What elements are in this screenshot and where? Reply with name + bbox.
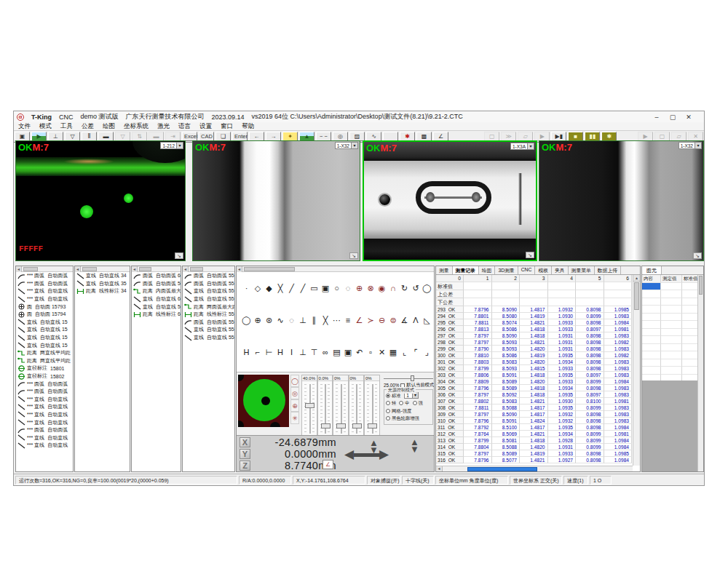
empty-cell[interactable] bbox=[642, 314, 661, 322]
slider-thumb[interactable] bbox=[336, 423, 346, 428]
table-row[interactable]: 316 OK7.87968.50771.48211.09270.80981.09… bbox=[436, 457, 633, 463]
empty-cell[interactable] bbox=[642, 329, 661, 337]
jog-right-icon[interactable]: ▶ bbox=[379, 450, 387, 460]
tab-测量记录[interactable]: 测量记录 bbox=[453, 266, 479, 274]
list-item[interactable]: 直线自动直线 55 bbox=[183, 287, 234, 295]
list-item[interactable]: 直径标注15801 bbox=[16, 364, 73, 372]
list-item[interactable]: 直线自动直线 15 bbox=[16, 341, 73, 349]
scroll-left-icon[interactable]: ◂ bbox=[436, 466, 443, 471]
selected-cell[interactable] bbox=[642, 283, 661, 291]
table-row[interactable]: 303 OK7.88068.50911.48181.09350.80971.09… bbox=[436, 372, 633, 378]
measure-tool-icon[interactable]: ▣ bbox=[343, 347, 354, 357]
empty-cell[interactable] bbox=[642, 321, 661, 329]
measure-tool-icon[interactable]: ⊢ bbox=[264, 347, 274, 357]
list2-hscrollbar[interactable]: ◂ bbox=[75, 266, 130, 272]
measure-tool-icon[interactable]: ▣ bbox=[320, 283, 331, 293]
list-item[interactable]: 直线自动直线 66 bbox=[132, 295, 181, 303]
tab-测量菜单[interactable]: 测量菜单 bbox=[569, 266, 595, 274]
tab-模板[interactable]: 模板 bbox=[535, 266, 552, 274]
table-row[interactable]: 293 OK7.87968.50901.48171.09320.80981.09… bbox=[436, 306, 633, 313]
slider-thumb[interactable] bbox=[321, 423, 331, 428]
menu-设置[interactable]: 设置 bbox=[195, 122, 216, 131]
list-item[interactable]: 直线自动直线 15 bbox=[16, 326, 73, 334]
scroll-up-icon[interactable]: ▴ bbox=[633, 275, 640, 282]
list-item[interactable]: 距离两直线平均距 bbox=[16, 357, 73, 365]
list-item[interactable]: 距离两直线平均距 bbox=[16, 349, 73, 357]
close-button[interactable]: ✕ bbox=[681, 113, 697, 121]
light-slider-4[interactable]: 0% bbox=[349, 375, 365, 437]
measure-tool-icon[interactable]: ≡ bbox=[343, 315, 354, 325]
measure-tool-icon[interactable]: ⊜ bbox=[388, 315, 399, 325]
measure-tool-icon[interactable]: ∡ bbox=[399, 315, 410, 325]
measure-tool-icon[interactable]: ⊗ bbox=[365, 283, 376, 293]
empty-cell[interactable] bbox=[642, 344, 661, 352]
light-slider-1[interactable]: 40.0% bbox=[301, 375, 317, 437]
elements-row[interactable] bbox=[642, 306, 703, 314]
list-item[interactable]: *** 圆弧自动圆弧 bbox=[16, 388, 73, 396]
camera2-resize-handle[interactable]: ↘ bbox=[349, 252, 358, 259]
outline-radio[interactable] bbox=[386, 416, 390, 420]
elements-vscrollbar[interactable] bbox=[697, 275, 703, 471]
tab-3D测量[interactable]: 3D测量 bbox=[495, 266, 518, 274]
measure-tool-icon[interactable]: ↺ bbox=[411, 283, 422, 293]
table-row[interactable]: 308 OK7.88118.50881.48171.09350.80991.09… bbox=[436, 404, 633, 411]
slider-thumb[interactable] bbox=[305, 403, 314, 408]
table-row[interactable]: 296 OK7.88138.50861.48181.09330.80971.09… bbox=[436, 326, 633, 332]
elements-row[interactable] bbox=[642, 283, 703, 291]
list-item[interactable]: 圆弧自动圆弧 66 bbox=[132, 272, 181, 280]
measure-tool-icon[interactable]: Ι bbox=[286, 347, 297, 357]
scroll-thumb[interactable] bbox=[23, 267, 38, 271]
measure-tool-icon[interactable]: ⋯ bbox=[331, 315, 342, 325]
list-item[interactable]: *** 直线自动直线 bbox=[16, 411, 73, 419]
menu-窗口[interactable]: 窗口 bbox=[216, 122, 237, 131]
scroll-left-icon[interactable]: ◂ bbox=[16, 266, 22, 272]
scroll-thumb[interactable] bbox=[82, 267, 97, 271]
table-hscrollbar[interactable]: ◂ bbox=[436, 466, 633, 471]
table-row[interactable]: 302 OK7.87998.50931.48151.09330.80981.09… bbox=[436, 365, 633, 372]
ring-segment-icon[interactable]: ✳ bbox=[290, 412, 299, 424]
z-jog-arrows[interactable]: ▲▼ bbox=[410, 439, 419, 453]
tab-夹具[interactable]: 夹具 bbox=[552, 266, 569, 274]
table-row[interactable]: 307 OK7.88028.50831.48211.09300.81001.09… bbox=[436, 398, 633, 404]
list3-hscrollbar[interactable]: ◂ bbox=[132, 266, 181, 272]
elements-row[interactable] bbox=[642, 290, 703, 298]
measure-tool-icon[interactable]: ⊥ bbox=[298, 315, 309, 325]
elements-row[interactable] bbox=[642, 359, 703, 367]
jog-left-icon[interactable]: ◀ bbox=[344, 450, 352, 460]
measure-tool-icon[interactable]: ▦ bbox=[388, 347, 399, 357]
table-row[interactable]: 310 OK7.87968.50911.48241.09320.80981.09… bbox=[436, 418, 633, 424]
ring-inner-icon[interactable]: ◎ bbox=[290, 387, 299, 399]
tab-elements[interactable]: 图元 bbox=[642, 266, 662, 274]
menu-工具[interactable]: 工具 bbox=[56, 122, 77, 131]
table-row[interactable]: 309 OK7.87978.50901.48171.09320.80981.09… bbox=[436, 411, 633, 418]
table-row[interactable]: 314 OK7.88048.50881.48201.09310.80991.09… bbox=[436, 444, 633, 450]
menu-坐标系统[interactable]: 坐标系统 bbox=[119, 122, 153, 131]
list-item[interactable]: 距离两圆弧最大距 bbox=[183, 303, 234, 311]
camera3-resize-handle[interactable]: ↘ bbox=[526, 252, 534, 258]
elements-row[interactable] bbox=[642, 298, 703, 306]
jog-down-icon[interactable]: ▼ bbox=[369, 447, 379, 454]
measure-tool-icon[interactable]: ╳ bbox=[320, 315, 331, 325]
elements-row[interactable] bbox=[642, 351, 703, 359]
table-row[interactable]: 295 OK7.88118.50741.48211.09330.80981.09… bbox=[436, 319, 633, 326]
list-item[interactable]: 圆自动圆 15793 bbox=[16, 303, 73, 311]
empty-cell[interactable] bbox=[642, 359, 661, 367]
ring-all-icon[interactable]: ◯ bbox=[290, 375, 299, 387]
level-radio-中[interactable] bbox=[399, 401, 403, 405]
tab-测量[interactable]: 测量 bbox=[436, 266, 453, 274]
list-item[interactable]: 直线自动直线 35 bbox=[75, 280, 130, 288]
list-item[interactable]: 直径标注15802 bbox=[16, 372, 73, 380]
list-item[interactable]: *** 圆弧自动圆弧 bbox=[16, 426, 73, 434]
table-row[interactable]: 299 OK7.87908.50931.48201.09310.80981.09… bbox=[436, 346, 633, 352]
light-slider-5[interactable]: 0% bbox=[364, 375, 380, 437]
measure-tool-icon[interactable]: ↻ bbox=[399, 283, 410, 293]
measure-tool-icon[interactable]: ⊖ bbox=[376, 315, 387, 325]
measure-tool-icon[interactable]: ∠ bbox=[354, 315, 365, 325]
table-special-row[interactable]: 标准值 bbox=[436, 282, 633, 290]
list-item[interactable]: 圆弧自动圆弧 56 bbox=[132, 280, 181, 288]
list-item[interactable]: *** 圆弧自动圆弧 bbox=[16, 280, 73, 288]
measure-tool-icon[interactable]: ∩ bbox=[388, 283, 399, 293]
elements-row[interactable] bbox=[642, 329, 703, 337]
list-item[interactable]: 直线自动直线 55 bbox=[183, 326, 234, 334]
measure-tool-icon[interactable]: ∞ bbox=[320, 347, 331, 357]
